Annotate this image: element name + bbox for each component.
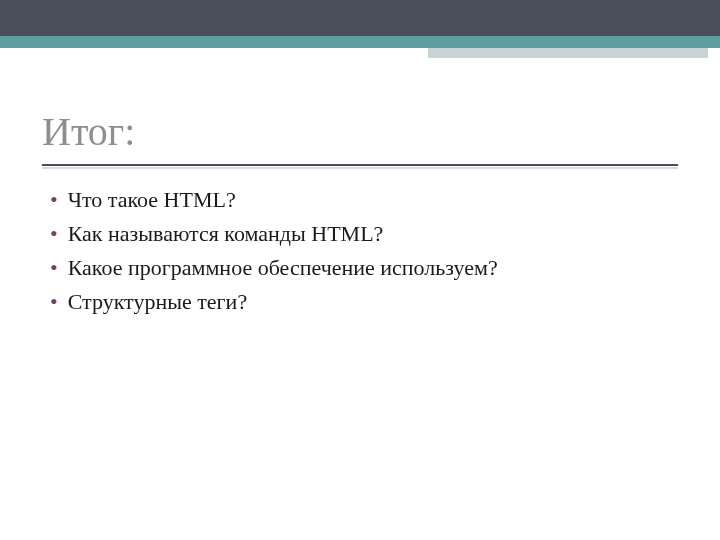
- list-item: • Что такое HTML?: [50, 186, 680, 214]
- title-divider-light: [42, 167, 678, 169]
- bullet-marker-icon: •: [50, 186, 58, 214]
- list-item-text: Что такое HTML?: [68, 186, 236, 214]
- title-divider-dark: [42, 164, 678, 166]
- list-item: • Как называются команды HTML?: [50, 220, 680, 248]
- top-bar-dark: [0, 0, 720, 36]
- list-item-text: Структурные теги?: [68, 288, 247, 316]
- bullet-marker-icon: •: [50, 254, 58, 282]
- top-bar-teal: [0, 36, 720, 48]
- bullet-marker-icon: •: [50, 220, 58, 248]
- list-item-text: Как называются команды HTML?: [68, 220, 384, 248]
- accent-bar: [428, 48, 708, 58]
- list-item-text: Какое программное обеспечение используем…: [68, 254, 498, 282]
- slide: Итог: • Что такое HTML? • Как называются…: [0, 0, 720, 540]
- bullet-marker-icon: •: [50, 288, 58, 316]
- list-item: • Какое программное обеспечение использу…: [50, 254, 680, 282]
- bullet-list: • Что такое HTML? • Как называются коман…: [50, 186, 680, 322]
- slide-title: Итог:: [42, 108, 135, 155]
- list-item: • Структурные теги?: [50, 288, 680, 316]
